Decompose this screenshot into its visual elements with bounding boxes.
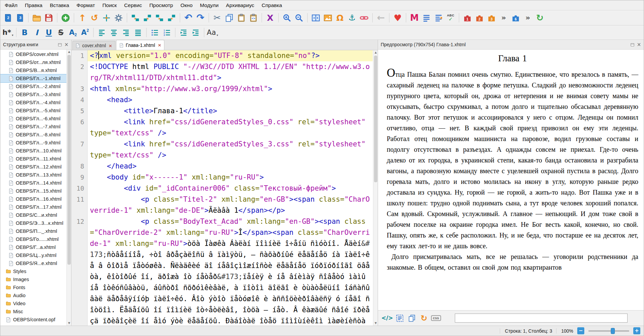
book-browser-file[interactable]: OEBPS/cover.xhtml — [0, 50, 66, 58]
preview-select-element-button[interactable] — [394, 313, 405, 324]
book-browser-file[interactable]: OEBPS/Гл...12.xhtml — [0, 163, 66, 171]
preview-css-button[interactable]: css — [431, 313, 441, 324]
book-browser-folder[interactable]: Images — [0, 275, 66, 283]
editor-tab[interactable]: cover.xhtml× — [72, 41, 115, 50]
code-line[interactable]: 5 <title>Глава-1</title> — [71, 106, 373, 117]
code-line[interactable]: 1<?xml version="1.0" encoding="UTF-8" st… — [71, 50, 373, 61]
indent-button[interactable] — [190, 27, 202, 39]
spellcheck-button[interactable]: ABC✓ — [445, 12, 457, 24]
book-browser-file[interactable]: OEBPS/Гл...10.xhtml — [0, 147, 66, 155]
book-browser-folder[interactable]: Styles — [0, 267, 66, 275]
insert-image-button[interactable] — [322, 12, 334, 24]
preview-close-button[interactable]: × — [636, 41, 642, 48]
code-line-text[interactable]: <html xmlns="http://www.w3.org/1999/xhtm… — [88, 83, 373, 94]
code-line-text[interactable]: <title>Глава-1</title> — [88, 106, 373, 117]
preview-copy-button[interactable] — [407, 313, 417, 324]
toc-edit-button[interactable] — [421, 12, 432, 24]
book-browser-file[interactable]: OEBPS/Г...а.xhtml — [0, 243, 66, 251]
book-browser-file[interactable]: OEBPS/Э...3...к.xhtml — [0, 219, 66, 227]
menu-archivarius[interactable]: Архивариус — [222, 1, 258, 10]
text-case-button[interactable]: Aa▾ — [207, 27, 218, 39]
book-browser-folder[interactable]: Audio — [0, 291, 66, 299]
split-all-markers-button[interactable] — [166, 12, 177, 24]
plugins-manager-button[interactable]: ↻ — [534, 12, 546, 24]
save-button[interactable] — [43, 12, 55, 24]
align-right-button[interactable] — [120, 27, 132, 39]
copy-button[interactable] — [223, 12, 235, 24]
menu-modules[interactable]: Модули — [196, 1, 222, 10]
back-button[interactable]: ← — [375, 12, 387, 24]
book-browser-file[interactable]: OEBPS/Гл...17.xhtml — [0, 203, 66, 211]
plugin-3-button[interactable]: 3 — [486, 12, 497, 24]
scroll-down-icon[interactable]: ▼ — [373, 321, 378, 326]
code-line-text[interactable]: </head> — [88, 161, 373, 172]
code-view[interactable]: 1<?xml version="1.0" encoding="UTF-8" st… — [71, 50, 378, 326]
code-line[interactable]: 4 <head> — [71, 94, 373, 106]
book-browser-file[interactable]: OEBPS/Гл...14.xhtml — [0, 179, 66, 187]
book-browser-scrollbar[interactable]: ▲ ▼ — [66, 50, 71, 326]
code-line-text[interactable]: <head> — [88, 94, 373, 106]
preview-inspect-code-button[interactable]: </> — [381, 313, 393, 324]
book-browser-file[interactable]: OEBPS/Гл...-6.xhtml — [0, 115, 66, 123]
bullet-list-button[interactable] — [149, 27, 161, 39]
menu-view[interactable]: Просмотр — [146, 1, 177, 10]
book-browser-file[interactable]: OEBPS/Гл...15.xhtml — [0, 187, 66, 195]
book-browser-folder[interactable]: Misc — [0, 308, 66, 316]
book-browser-file[interactable]: OEBPS/Гл...13.xhtml — [0, 171, 66, 179]
toolbar-overflow-2-button[interactable]: » — [522, 12, 534, 24]
code-line[interactable]: 6 <link href="css/idGeneratedStyles_0.cs… — [71, 117, 373, 139]
menu-window[interactable]: Окно — [177, 1, 196, 10]
code-line[interactable]: 10 <div id="_idContainer006" class="Текс… — [71, 183, 373, 194]
menu-tools[interactable]: Сервис — [120, 1, 146, 10]
editor-tab[interactable]: Глава-1.xhtml× — [116, 40, 165, 50]
code-line-text[interactable]: <link href="css/idGeneratedStyles_3.css"… — [88, 139, 373, 161]
menu-file[interactable]: Файл — [1, 1, 21, 10]
book-browser-file[interactable]: OEBPS/Гл...-4.xhtml — [0, 98, 66, 107]
tab-close-button[interactable]: × — [158, 43, 161, 48]
code-line-text[interactable]: <link href="css/idGeneratedStyles_0.css"… — [88, 117, 373, 139]
book-browser-file[interactable]: OEBPS/Гл...-2.xhtml — [0, 82, 66, 90]
scroll-down-icon[interactable]: ▼ — [67, 321, 71, 326]
strikethrough-button[interactable]: S — [55, 27, 67, 39]
align-center-button[interactable] — [108, 27, 120, 39]
numbered-list-button[interactable]: 123 — [161, 27, 173, 39]
preview-address-input[interactable] — [455, 314, 628, 323]
book-browser-file[interactable]: OEBPS/Го......xhtml — [0, 235, 66, 243]
insert-anchor-button[interactable]: ⚓ — [346, 12, 358, 24]
code-line-text[interactable]: <p class="Titel-2" xml:lang="en-GB"><spa… — [88, 194, 373, 216]
book-browser-file[interactable]: OEBPS/П..._.xhtml — [0, 227, 66, 235]
add-cover-button[interactable]: ↑ — [76, 12, 88, 24]
split-before-button[interactable] — [142, 12, 153, 24]
subscript-button[interactable]: A2 — [67, 27, 79, 39]
code-line-text[interactable]: <div id="_idContainer006" class="Текстов… — [88, 183, 373, 194]
menu-format[interactable]: Формат — [73, 1, 99, 10]
book-browser-file[interactable]: OEBPS/Гл...-3.xhtml — [0, 90, 66, 98]
zoom-in-button[interactable]: + — [633, 327, 640, 334]
code-line-text[interactable]: <?xml version="1.0" encoding="UTF-8" sta… — [88, 50, 373, 61]
paste-button[interactable] — [235, 12, 247, 24]
menu-help[interactable]: Справка — [258, 1, 286, 10]
preview-float-button[interactable] — [629, 41, 636, 48]
book-browser-file[interactable]: OEBPS/content.opf — [0, 316, 66, 324]
book-browser-file[interactable]: OEBPS/Гл...-1.xhtml — [0, 74, 66, 82]
outdent-button[interactable] — [178, 27, 190, 39]
metadata-editor-button[interactable]: M — [409, 12, 420, 24]
book-browser-file[interactable]: OEBPS/Я...е.xhtml — [0, 259, 66, 267]
undo-button[interactable]: ↶ — [182, 12, 194, 24]
italic-button[interactable]: I — [31, 27, 43, 39]
scroll-up-icon[interactable]: ▲ — [373, 50, 378, 55]
new-epub2-button[interactable]: 2 — [2, 12, 14, 24]
bold-button[interactable]: B — [19, 27, 31, 39]
book-browser-file[interactable]: OEBPS/Гл...-8.xhtml — [0, 131, 66, 139]
code-line[interactable]: 12 <p class="BodyText_Acad" xml:lang="en… — [71, 216, 373, 326]
book-browser-float-button[interactable] — [56, 41, 63, 48]
book-browser-file[interactable]: OEBPS/Гл...11.xhtml — [0, 155, 66, 163]
preferences-button[interactable] — [113, 12, 124, 24]
align-justify-button[interactable] — [132, 27, 144, 39]
reload-book-button[interactable]: ↺ — [89, 12, 100, 24]
new-epub3-button[interactable]: 3 — [14, 12, 26, 24]
cut-button[interactable]: ✂ — [211, 12, 223, 24]
plugin-6-button[interactable]: 6 — [510, 12, 522, 24]
editor-scrollbar[interactable]: ▲ ▼ — [373, 50, 378, 326]
tab-close-button[interactable]: × — [109, 43, 112, 48]
